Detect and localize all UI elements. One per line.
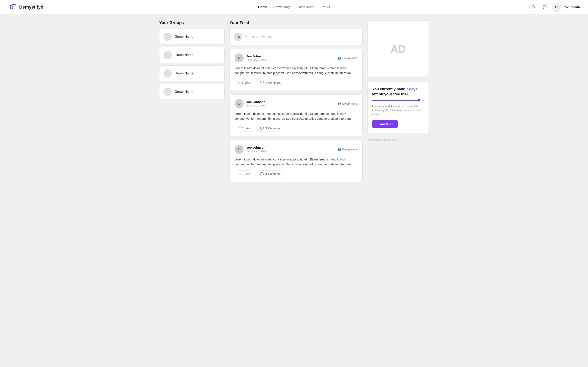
brand[interactable]: D Demystifyd <box>8 3 43 12</box>
user-avatar[interactable]: TS <box>552 3 561 12</box>
post-group-name: Group Name <box>342 57 357 59</box>
messages-button[interactable] <box>541 3 549 11</box>
comment-icon: 💬 <box>260 126 264 130</box>
post-header: JJ Joe Johnson February 5, 2023 👥 Group … <box>234 145 357 154</box>
trial-heading-after: left on your free trial <box>372 92 408 96</box>
chat-icon <box>543 5 547 9</box>
post-group-name: Group Name <box>342 148 357 151</box>
group-avatar <box>164 69 172 77</box>
learn-more-button[interactable]: Learn More <box>372 120 398 128</box>
trial-box: You currently have 7 days left on your f… <box>367 82 429 133</box>
post-card-3: JJ Joe Johnson February 5, 2023 👥 Group … <box>229 140 363 182</box>
group-name: Group Name <box>174 53 193 57</box>
group-icon: 👥 <box>337 147 341 151</box>
groups-list: Group Name Group Name Group Name Group N… <box>159 29 225 102</box>
trial-days: 7 days <box>406 87 417 91</box>
nav-perks[interactable]: Perks <box>321 5 330 9</box>
comment-button[interactable]: 💬 3 Comment <box>257 79 284 86</box>
nav-networking[interactable]: Networking ▾ <box>273 5 292 9</box>
comment-icon: 💬 <box>260 81 264 84</box>
sidebar-title: Your Groups <box>159 20 225 25</box>
new-post-avatar: TS <box>234 33 242 41</box>
group-avatar <box>164 88 172 96</box>
heart-icon: ♡ <box>238 81 241 84</box>
group-avatar <box>164 33 172 41</box>
nav-resources[interactable]: Resources ▾ <box>298 5 315 9</box>
svg-rect-2 <box>12 4 16 5</box>
comment-count: 3 <box>265 172 267 175</box>
comment-button[interactable]: 💬 3 Comment <box>257 125 284 132</box>
right-sidebar: AD You currently have 7 days left on you… <box>367 20 429 186</box>
post-group-badge[interactable]: 👥 Group Name <box>337 56 357 60</box>
comment-label: Comment <box>268 172 281 175</box>
post-actions: ♡ 3 Like 💬 3 Comment <box>234 79 357 86</box>
sidebar-group-item-1[interactable]: Group Name <box>159 29 225 45</box>
group-icon: 👥 <box>337 102 341 105</box>
group-avatar <box>164 51 172 59</box>
post-date: February 5, 2023 <box>246 150 267 153</box>
main-nav: Home Networking ▾ Resources ▾ Perks <box>258 5 330 9</box>
post-user-avatar: JJ <box>234 99 243 108</box>
trial-progress-dot <box>418 99 420 101</box>
post-group-badge[interactable]: 👥 Group Name <box>337 147 357 151</box>
trial-heading-before: You currently have <box>372 87 406 91</box>
post-group-name: Group Name <box>342 102 357 105</box>
post-user-avatar: JJ <box>234 53 243 62</box>
like-button[interactable]: ♡ 3 Like <box>234 170 253 177</box>
post-meta: Joe Johnson February 5, 2023 <box>246 146 267 153</box>
group-name: Group Name <box>174 90 193 94</box>
like-label: Like <box>245 81 250 84</box>
like-button[interactable]: ♡ 3 Like <box>234 79 253 86</box>
ad-text: AD <box>390 43 406 55</box>
comment-count: 3 <box>265 127 267 130</box>
sidebar-group-item-3[interactable]: Group Name <box>159 66 225 81</box>
trial-description: Lorem ipsum dolor sit amet, consectetur … <box>372 104 424 116</box>
post-meta: Joe Johnson February 5, 2023 <box>246 100 267 107</box>
copyright-text: Demystifyd Copyright 2024 <box>367 138 429 141</box>
comment-icon: 💬 <box>260 172 264 176</box>
post-actions: ♡ 3 Like 💬 3 Comment <box>234 125 357 132</box>
navbar: D Demystifyd Home Networking ▾ Resources… <box>0 0 588 14</box>
like-button[interactable]: ♡ 3 Like <box>234 125 253 132</box>
post-user-name: Joe Johnson <box>246 146 267 149</box>
trial-progress-bar <box>372 100 424 101</box>
chevron-down-icon: ▾ <box>291 6 292 8</box>
trial-heading: You currently have 7 days left on your f… <box>372 87 424 97</box>
post-group-badge[interactable]: 👥 Group Name <box>337 102 357 105</box>
post-body: Lorem ipsum dolor sit amet, consectetur … <box>234 111 357 121</box>
post-body: Lorem ipsum dolor sit amet, consectetur … <box>234 66 357 75</box>
like-label: Like <box>245 172 250 175</box>
nav-home[interactable]: Home <box>258 5 267 9</box>
trial-progress-fill <box>372 100 419 101</box>
left-sidebar: Your Groups Group Name Group Name Group … <box>159 20 225 186</box>
comment-button[interactable]: 💬 3 Comment <box>257 170 284 177</box>
brand-name: Demystifyd <box>19 4 43 10</box>
chevron-down-icon: ▾ <box>314 6 315 8</box>
posts-list: JJ Joe Johnson February 5, 2023 👥 Group … <box>229 49 363 186</box>
post-card-1: JJ Joe Johnson February 5, 2023 👥 Group … <box>229 49 363 91</box>
post-date: February 5, 2023 <box>246 58 267 61</box>
sidebar-group-item-2[interactable]: Group Name <box>159 47 225 63</box>
heart-icon: ♡ <box>238 172 241 176</box>
post-user-avatar: JJ <box>234 145 243 154</box>
new-post-input[interactable]: Create a new post... <box>245 35 274 39</box>
heart-icon: ♡ <box>238 126 241 130</box>
post-actions: ♡ 3 Like 💬 3 Comment <box>234 170 357 177</box>
post-body: Lorem ipsum dolor sit amet, consectetur … <box>234 157 357 167</box>
comment-count: 3 <box>265 81 267 84</box>
like-count: 3 <box>242 127 243 130</box>
notifications-button[interactable] <box>529 3 537 11</box>
post-header: JJ Joe Johnson February 5, 2023 👥 Group … <box>234 53 357 62</box>
group-name: Group Name <box>174 35 193 39</box>
group-icon: 👥 <box>337 56 341 60</box>
brand-logo-icon: D <box>8 3 17 12</box>
new-post-box[interactable]: TS Create a new post... <box>229 29 363 45</box>
post-meta: Joe Johnson February 5, 2023 <box>246 54 267 61</box>
post-user-name: Joe Johnson <box>246 100 267 104</box>
like-count: 3 <box>242 172 243 175</box>
comment-label: Comment <box>268 127 281 130</box>
user-name: Tom Smith <box>564 5 580 9</box>
post-header: JJ Joe Johnson February 5, 2023 👥 Group … <box>234 99 357 108</box>
sidebar-group-item-4[interactable]: Group Name <box>159 84 225 100</box>
comment-label: Comment <box>268 81 281 84</box>
